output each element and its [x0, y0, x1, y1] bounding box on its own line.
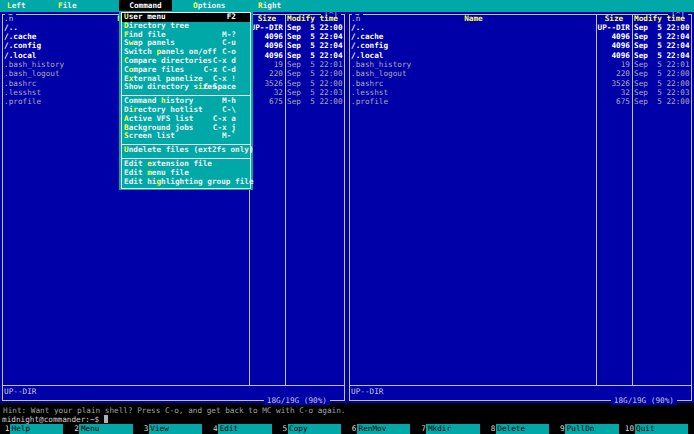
fnkey-label: Help: [10, 424, 63, 434]
menu-item-screen-list[interactable]: Screen listM-`: [122, 132, 250, 141]
free-space-indicator: 18G/19G (90%): [264, 396, 330, 405]
column-header-name[interactable]: Name: [351, 14, 596, 23]
file-mtime: Sep 5 22:03: [287, 88, 343, 97]
menubar-item-left[interactable]: Left: [7, 0, 26, 12]
fnkey-10-quit[interactable]: 10Quit: [625, 424, 694, 434]
file-size: UP--DIR: [250, 23, 283, 32]
file-row-bashrc[interactable]: .bashrc3526Sep 5 22:00: [347, 79, 694, 88]
fnkey-label: Edit: [218, 424, 271, 434]
ministatus-separator: [350, 385, 691, 386]
file-size: 4096: [597, 32, 630, 41]
file-mtime: Sep 5 22:00: [634, 97, 690, 106]
file-mtime: Sep 5 22:00: [287, 69, 343, 78]
file-name: /.local: [4, 51, 36, 60]
menubar-item-right[interactable]: Right: [258, 0, 281, 12]
file-row-bash-history[interactable]: .bash_history19Sep 5 22:01: [347, 60, 694, 69]
file-size: 4096: [250, 51, 283, 60]
file-name: .bash_history: [351, 60, 411, 69]
file-size: 32: [250, 88, 283, 97]
hint-line: Hint: Want your plain shell? Press C-o, …: [0, 406, 694, 415]
file-size: 3526: [250, 79, 283, 88]
fnkey-number: 7: [416, 424, 426, 434]
file-name: .profile: [4, 97, 41, 106]
mc-terminal-screen: ~ [^] .n Name Size Modify time /..UP--DI…: [0, 0, 694, 434]
fnkey-number: 1: [0, 424, 10, 434]
column-header-size[interactable]: Size: [250, 14, 284, 23]
fnkey-label: RenMov: [357, 424, 410, 434]
file-mtime: Sep 5 22:01: [287, 60, 343, 69]
file-mtime: Sep 5 22:04: [634, 32, 690, 41]
fnkey-label: Delete: [496, 424, 549, 434]
fnkey-label: View: [149, 424, 202, 434]
menu-item-edit-highlighting-group-file[interactable]: Edit highlighting group file: [122, 178, 250, 187]
fnkey-number: 8: [486, 424, 496, 434]
command-prompt[interactable]: midnight@commander:~$: [0, 415, 694, 424]
file-row-cache[interactable]: /.cache4096Sep 5 22:04: [347, 32, 694, 41]
file-mtime: Sep 5 22:00: [287, 97, 343, 106]
fnkey-number: 2: [69, 424, 79, 434]
file-size: 4096: [250, 41, 283, 50]
menu-item-undelete-files-ext2fs-only[interactable]: Undelete files (ext2fs only): [122, 146, 250, 155]
fnkey-number: 10: [625, 424, 635, 434]
file-mtime: Sep 5 22:04: [634, 51, 690, 60]
menu-item-shortcut: F2: [227, 13, 236, 22]
fnkey-4-edit[interactable]: 4Edit: [208, 424, 277, 434]
fnkey-2-menu[interactable]: 2Menu: [69, 424, 138, 434]
fnkey-9-pulldn[interactable]: 9PullDn: [555, 424, 624, 434]
fnkey-7-mkdir[interactable]: 7Mkdir: [416, 424, 485, 434]
menubar-item-file[interactable]: File: [58, 0, 77, 12]
file-row-bash-logout[interactable]: .bash_logout220Sep 5 22:00: [347, 69, 694, 78]
file-size: 4096: [250, 32, 283, 41]
file-row-local[interactable]: /.local4096Sep 5 22:04: [347, 51, 694, 60]
column-header-mtime[interactable]: Modify time: [634, 14, 685, 23]
file-name: .bash_logout: [351, 69, 407, 78]
file-row-profile[interactable]: .profile675Sep 5 22:00: [347, 97, 694, 106]
fnkey-3-view[interactable]: 3View: [139, 424, 208, 434]
menu-item-show-directory-sizes[interactable]: Show directory sizesC-Space: [122, 83, 250, 92]
menu-item-label: Edit highlighting group file: [124, 178, 254, 187]
file-size: UP--DIR: [597, 23, 630, 32]
file-row-[interactable]: /..UP--DIRSep 5 22:00: [347, 23, 694, 32]
file-mtime: Sep 5 22:00: [634, 69, 690, 78]
file-mtime: Sep 5 22:04: [634, 41, 690, 50]
fnkey-8-delete[interactable]: 8Delete: [486, 424, 555, 434]
file-size: 675: [597, 97, 630, 106]
free-space-indicator: 18G/19G (90%): [611, 396, 677, 405]
file-row-lesshst[interactable]: .lesshst32Sep 5 22:03: [347, 88, 694, 97]
file-mtime: Sep 5 22:04: [287, 51, 343, 60]
file-size: 220: [250, 69, 283, 78]
fnkey-number: 4: [208, 424, 218, 434]
ministatus-separator: [3, 385, 344, 386]
file-mtime: Sep 5 22:00: [634, 79, 690, 88]
file-size: 3526: [597, 79, 630, 88]
function-key-bar: 1Help2Menu3View4Edit5Copy6RenMov7Mkdir8D…: [0, 424, 694, 434]
file-size: 19: [250, 60, 283, 69]
file-row-config[interactable]: /.config4096Sep 5 22:04: [347, 41, 694, 50]
file-name: /..: [4, 23, 18, 32]
fnkey-label: Menu: [79, 424, 132, 434]
file-mtime: Sep 5 22:01: [634, 60, 690, 69]
menu-item-shortcut: M-`: [222, 132, 236, 141]
menu-item-shortcut: C-Space: [204, 83, 236, 92]
prompt-text: midnight@commander:~$: [2, 415, 99, 424]
file-mtime: Sep 5 22:04: [287, 32, 343, 41]
file-size: 675: [250, 97, 283, 106]
fnkey-label: PullDn: [565, 424, 618, 434]
fnkey-1-help[interactable]: 1Help: [0, 424, 69, 434]
file-size: 220: [597, 69, 630, 78]
file-size: 19: [597, 60, 630, 69]
column-header-mtime[interactable]: Modify time: [287, 14, 338, 23]
file-name: /.cache: [4, 32, 36, 41]
file-name: /.config: [351, 41, 388, 50]
fnkey-number: 6: [347, 424, 357, 434]
fnkey-number: 3: [139, 424, 149, 434]
mini-status: UP--DIR: [351, 387, 383, 396]
fnkey-label: Copy: [288, 424, 341, 434]
column-header-size[interactable]: Size: [597, 14, 631, 23]
file-name: /.cache: [351, 32, 383, 41]
command-dropdown-menu: User menuF2Directory treeFind fileM-?Swa…: [119, 11, 253, 190]
file-name: .bash_history: [4, 60, 64, 69]
fnkey-6-renmov[interactable]: 6RenMov: [347, 424, 416, 434]
file-name: /..: [351, 23, 365, 32]
fnkey-5-copy[interactable]: 5Copy: [278, 424, 347, 434]
